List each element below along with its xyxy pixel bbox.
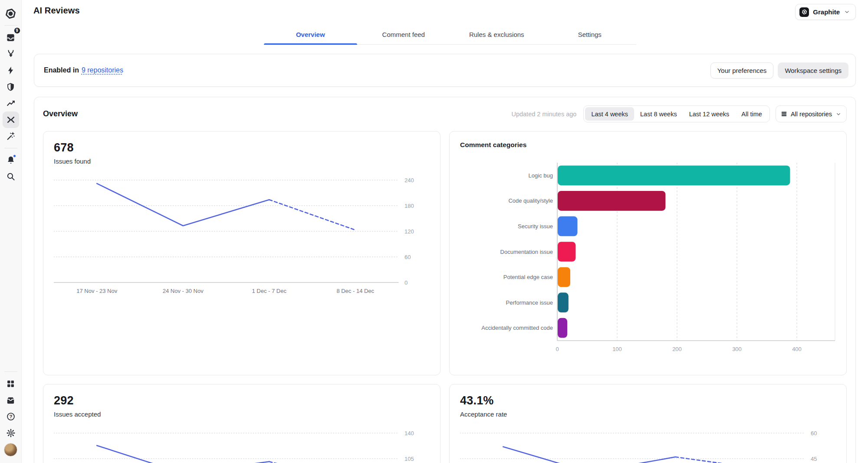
- svg-text:105: 105: [404, 456, 414, 462]
- svg-text:Security issue: Security issue: [518, 223, 553, 230]
- trend-chart-icon: [6, 99, 16, 108]
- acceptance-rate-card: 43.1% Acceptance rate 01530456017 Nov - …: [449, 384, 847, 463]
- workspace-switcher-button[interactable]: Graphite: [795, 4, 856, 20]
- overview-title: Overview: [43, 109, 78, 118]
- svg-text:1 Dec - 7 Dec: 1 Dec - 7 Dec: [252, 288, 287, 294]
- tabs: Overview Comment feed Rules & exclusions…: [264, 24, 636, 45]
- svg-text:Performance issue: Performance issue: [506, 299, 553, 306]
- issues-accepted-value: 292: [54, 394, 430, 407]
- acceptance-rate-value: 43.1%: [460, 394, 836, 407]
- svg-text:?: ?: [9, 414, 12, 419]
- chevron-down-icon: [835, 111, 842, 117]
- gear-icon: [6, 428, 16, 438]
- svg-text:240: 240: [404, 177, 414, 184]
- lightning-icon: [6, 66, 15, 75]
- grid-icon: [6, 379, 15, 388]
- svg-text:180: 180: [404, 203, 414, 209]
- sidebar-item-ai-reviews[interactable]: [3, 112, 19, 128]
- svg-text:300: 300: [732, 346, 742, 352]
- sidebar-item-merge[interactable]: [3, 46, 19, 62]
- your-preferences-button[interactable]: Your preferences: [710, 62, 774, 79]
- sidebar-item-insights[interactable]: [3, 95, 19, 112]
- tab-rules-exclusions[interactable]: Rules & exclusions: [450, 24, 543, 44]
- repositories-link[interactable]: 9 repositories: [82, 66, 123, 74]
- sidebar-item-protections[interactable]: [3, 79, 19, 95]
- overview-section: Overview Updated 2 minutes ago Last 4 we…: [34, 97, 856, 463]
- svg-text:140: 140: [404, 430, 414, 437]
- range-last-8-weeks[interactable]: Last 8 weeks: [634, 107, 683, 121]
- svg-text:Accidentally committed code: Accidentally committed code: [481, 325, 553, 331]
- svg-text:120: 120: [404, 228, 414, 235]
- issues-accepted-chart: 0357010514017 Nov - 23 Nov24 Nov - 30 No…: [54, 429, 430, 463]
- avatar: [4, 443, 17, 456]
- comment-categories-title: Comment categories: [460, 141, 836, 149]
- ai-reviews-icon: [6, 115, 16, 125]
- sidebar-item-workspace[interactable]: [3, 392, 19, 408]
- top-bar: AI Reviews Graphite: [22, 0, 868, 24]
- range-last-4-weeks[interactable]: Last 4 weeks: [585, 107, 634, 121]
- divider: [4, 148, 17, 148]
- tab-comment-feed[interactable]: Comment feed: [357, 24, 450, 44]
- issues-found-card: 678 Issues found 06012018024017 Nov - 23…: [43, 131, 441, 375]
- tab-settings[interactable]: Settings: [543, 24, 637, 44]
- enabled-repos-banner: Enabled in 9 repositories Your preferenc…: [34, 54, 856, 87]
- sidebar-item-magic[interactable]: [3, 128, 19, 144]
- shield-icon: [6, 82, 15, 92]
- help-icon: ?: [6, 412, 16, 421]
- issues-found-label: Issues found: [54, 158, 430, 165]
- graphite-logo[interactable]: [3, 5, 19, 22]
- divider: [4, 25, 17, 26]
- acceptance-rate-label: Acceptance rate: [460, 410, 836, 418]
- svg-text:45: 45: [811, 456, 817, 462]
- svg-text:Documentation issue: Documentation issue: [500, 249, 553, 255]
- sidebar-item-settings[interactable]: [3, 425, 19, 441]
- range-last-12-weeks[interactable]: Last 12 weeks: [683, 107, 736, 121]
- sidebar-item-search[interactable]: [3, 168, 19, 185]
- repository-filter-dropdown[interactable]: All repositories: [776, 105, 847, 122]
- tab-overview[interactable]: Overview: [264, 24, 357, 44]
- sidebar: 9: [0, 0, 22, 463]
- svg-text:60: 60: [404, 254, 411, 260]
- updated-timestamp: Updated 2 minutes ago: [511, 111, 576, 118]
- issues-accepted-label: Issues accepted: [54, 410, 430, 418]
- svg-text:17 Nov - 23 Nov: 17 Nov - 23 Nov: [76, 288, 117, 294]
- acceptance-rate-chart: 01530456017 Nov - 23 Nov24 Nov - 30 Nov1…: [460, 429, 836, 463]
- svg-text:400: 400: [792, 346, 802, 352]
- svg-text:Code quality/style: Code quality/style: [508, 197, 553, 204]
- banner-text: Enabled in: [44, 66, 79, 74]
- repo-stack-icon: [781, 111, 787, 117]
- divider: [4, 371, 17, 372]
- svg-text:Logic bug: Logic bug: [529, 172, 553, 179]
- search-icon: [6, 172, 16, 181]
- page-title: AI Reviews: [33, 6, 80, 16]
- magic-wand-icon: [6, 131, 16, 141]
- workspace-name: Graphite: [813, 8, 840, 16]
- issues-found-chart: 06012018024017 Nov - 23 Nov24 Nov - 30 N…: [54, 176, 430, 297]
- tray-icon: [6, 395, 16, 405]
- svg-text:100: 100: [612, 346, 622, 352]
- issues-found-value: 678: [54, 141, 430, 154]
- sidebar-item-help[interactable]: ?: [3, 408, 19, 425]
- range-all-time[interactable]: All time: [735, 107, 768, 121]
- user-avatar[interactable]: [3, 441, 19, 458]
- issues-accepted-card: 292 Issues accepted 0357010514017 Nov - …: [43, 384, 441, 463]
- merge-icon: [6, 49, 16, 59]
- svg-text:0: 0: [404, 279, 408, 286]
- svg-text:8 Dec - 14 Dec: 8 Dec - 14 Dec: [336, 288, 374, 294]
- workspace-settings-button[interactable]: Workspace settings: [778, 62, 848, 79]
- graphite-badge-icon: [799, 7, 809, 17]
- comment-categories-chart: 0100200300400Logic bugCode quality/style…: [460, 158, 836, 358]
- sidebar-item-automations[interactable]: [3, 62, 19, 79]
- svg-text:60: 60: [811, 430, 817, 437]
- repo-filter-value: All repositories: [791, 111, 832, 118]
- sidebar-item-notifications[interactable]: [3, 152, 19, 168]
- sidebar-item-inbox[interactable]: 9: [3, 29, 19, 46]
- sidebar-item-apps[interactable]: [3, 375, 19, 392]
- notification-dot: [13, 154, 16, 158]
- inbox-icon: [6, 33, 16, 43]
- svg-text:24 Nov - 30 Nov: 24 Nov - 30 Nov: [163, 288, 204, 294]
- svg-text:0: 0: [556, 346, 559, 352]
- time-range-segmented-control: Last 4 weeks Last 8 weeks Last 12 weeks …: [583, 105, 770, 122]
- chevron-down-icon: [844, 9, 850, 15]
- inbox-badge: 9: [14, 27, 20, 34]
